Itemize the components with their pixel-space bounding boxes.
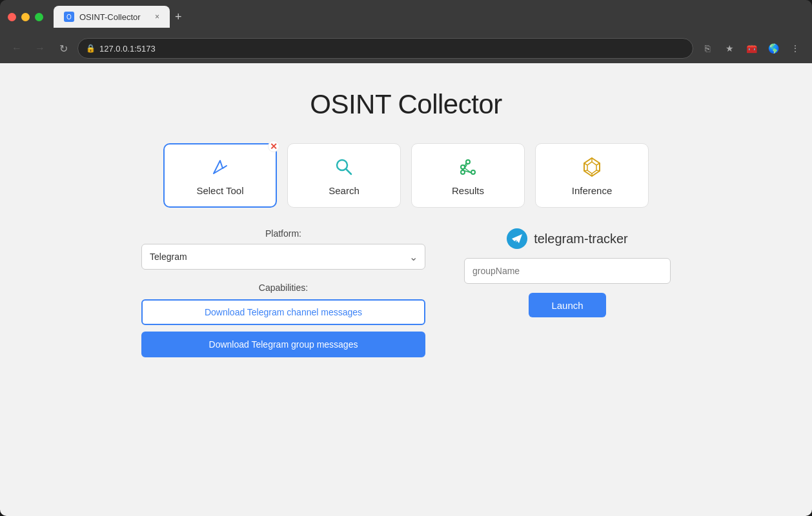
title-bar: O OSINT-Collector × +	[0, 0, 812, 34]
nav-actions: ⎘ ★ 🧰 🌎 ⋮	[698, 39, 804, 57]
results-card[interactable]: Results	[411, 143, 525, 208]
search-icon	[332, 155, 356, 179]
minimize-traffic-light[interactable]	[21, 13, 30, 21]
svg-line-3	[346, 169, 351, 174]
extensions-button[interactable]: 🧰	[742, 39, 760, 57]
tab-favicon: O	[64, 12, 74, 22]
close-badge[interactable]: ✕	[268, 141, 279, 152]
active-tab[interactable]: O OSINT-Collector ×	[54, 6, 170, 28]
lock-icon: 🔒	[86, 44, 96, 53]
svg-point-5	[471, 170, 475, 174]
results-icon	[456, 155, 480, 179]
profile-button[interactable]: 🌎	[764, 39, 782, 57]
bookmark-button[interactable]: ★	[720, 39, 738, 57]
channel-messages-button[interactable]: Download Telegram channel messages	[141, 299, 425, 325]
svg-marker-14	[587, 162, 596, 174]
platform-select-wrapper: Telegram Twitter Reddit ⌄	[141, 244, 425, 270]
inference-card[interactable]: Inference	[535, 143, 649, 208]
telegram-tracker-name: telegram-tracker	[534, 232, 628, 246]
page-content: OSINT Collector ✕ Select Tool	[0, 63, 812, 516]
group-messages-button[interactable]: Download Telegram group messages	[141, 332, 425, 357]
nav-bar: ← → ↻ 🔒 127.0.0.1:5173 ⎘ ★ 🧰 🌎 ⋮	[0, 34, 812, 63]
menu-button[interactable]: ⋮	[786, 39, 804, 57]
app-title: OSINT Collector	[310, 89, 502, 120]
tool-cards: ✕ Select Tool Search	[163, 143, 649, 208]
platform-select[interactable]: Telegram Twitter Reddit	[141, 244, 425, 270]
capabilities-label: Capabilities:	[141, 283, 425, 293]
close-traffic-light[interactable]	[8, 13, 16, 21]
platform-section: Platform: Telegram Twitter Reddit ⌄ Capa…	[141, 228, 425, 364]
launch-button[interactable]: Launch	[529, 293, 606, 317]
new-tab-button[interactable]: +	[175, 10, 182, 24]
reload-button[interactable]: ↻	[54, 39, 72, 57]
select-tool-icon	[208, 155, 232, 179]
inference-label: Inference	[572, 185, 613, 196]
svg-text:O: O	[66, 14, 72, 21]
back-button[interactable]: ←	[8, 39, 26, 57]
bottom-section: Platform: Telegram Twitter Reddit ⌄ Capa…	[141, 228, 671, 364]
tab-close-button[interactable]: ×	[155, 12, 159, 21]
group-name-input[interactable]	[464, 258, 671, 284]
select-tool-card[interactable]: ✕ Select Tool	[163, 143, 277, 208]
results-label: Results	[452, 185, 484, 196]
svg-line-19	[584, 170, 587, 171]
browser-window: O OSINT-Collector × + ← → ↻ 🔒 127.0.0.1:…	[0, 0, 812, 516]
telegram-icon	[507, 228, 527, 249]
telegram-tracker-title: telegram-tracker	[507, 228, 628, 249]
search-label: Search	[329, 185, 360, 196]
url-text: 127.0.0.1:5173	[99, 44, 156, 54]
tab-bar: O OSINT-Collector × +	[54, 6, 182, 28]
search-card[interactable]: Search	[287, 143, 401, 208]
svg-point-6	[466, 160, 470, 164]
svg-point-7	[461, 165, 465, 169]
traffic-lights	[8, 13, 43, 21]
telegram-tracker-section: telegram-tracker Launch	[464, 228, 671, 317]
inference-icon	[580, 155, 604, 179]
maximize-traffic-light[interactable]	[35, 13, 43, 21]
copy-button[interactable]: ⎘	[698, 39, 716, 57]
forward-button[interactable]: →	[31, 39, 49, 57]
svg-line-17	[596, 170, 600, 171]
tab-title: OSINT-Collector	[79, 12, 141, 22]
platform-label: Platform:	[141, 228, 425, 239]
url-bar[interactable]: 🔒 127.0.0.1:5173	[77, 38, 693, 59]
select-tool-label: Select Tool	[196, 185, 243, 196]
